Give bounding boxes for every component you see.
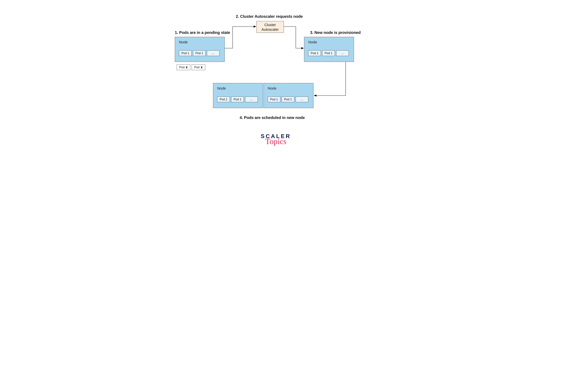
step-3-label: 3. New node is provisioned — [310, 30, 361, 35]
pod-box: Pod 1 — [217, 97, 230, 102]
pod-box: Pod 1 — [179, 50, 192, 56]
node-box-bottom-right: Node Pod 1 Pod 1 ... — [263, 83, 313, 108]
node-title: Node — [179, 40, 188, 44]
pending-pod: Pod ⧗ — [192, 65, 205, 70]
node-title: Node — [308, 40, 317, 44]
autoscaler-label-line1: Cluster — [257, 23, 284, 27]
pod-box-ellipsis: ... — [296, 97, 308, 102]
step-2-label: 2. Cluster Autoscaler requests node — [236, 14, 303, 19]
pod-box-ellipsis: ... — [207, 50, 220, 56]
pending-pod: Pod ⧗ — [177, 65, 190, 70]
pending-pod-label: Pod — [179, 65, 184, 70]
diagram-canvas: 1. Pods are in a pending state 2. Cluste… — [158, 0, 407, 173]
node-title: Node — [217, 86, 226, 91]
pod-box: Pod 1 — [231, 97, 244, 102]
pod-box-ellipsis: ... — [336, 50, 349, 56]
node-box-1: Node Pod 1 Pod 1 ... — [175, 37, 225, 62]
node-title: Node — [268, 86, 276, 91]
pod-box: Pod 1 — [282, 97, 294, 102]
pod-box-ellipsis: ... — [245, 97, 258, 102]
pod-box: Pod 1 — [268, 97, 280, 102]
hourglass-icon: ⧗ — [201, 65, 203, 70]
pod-box: Pod 1 — [193, 50, 206, 56]
brand-logo: SCALER Topics — [254, 133, 297, 145]
node-box-bottom-left: Node Pod 1 Pod 1 ... — [213, 83, 263, 108]
pod-box: Pod 1 — [308, 50, 321, 56]
autoscaler-label-line2: Autoscaler — [257, 27, 284, 32]
step-4-label: 4. Pods are scheduled in new node — [231, 115, 314, 120]
pod-box: Pod 1 — [322, 50, 335, 56]
cluster-autoscaler-box: Cluster Autoscaler — [256, 21, 284, 33]
step-1-label: 1. Pods are in a pending state — [175, 30, 230, 35]
pending-pod-label: Pod — [194, 65, 199, 70]
hourglass-icon: ⧗ — [186, 65, 188, 70]
node-box-new: Node Pod 1 Pod 1 ... — [304, 37, 354, 62]
